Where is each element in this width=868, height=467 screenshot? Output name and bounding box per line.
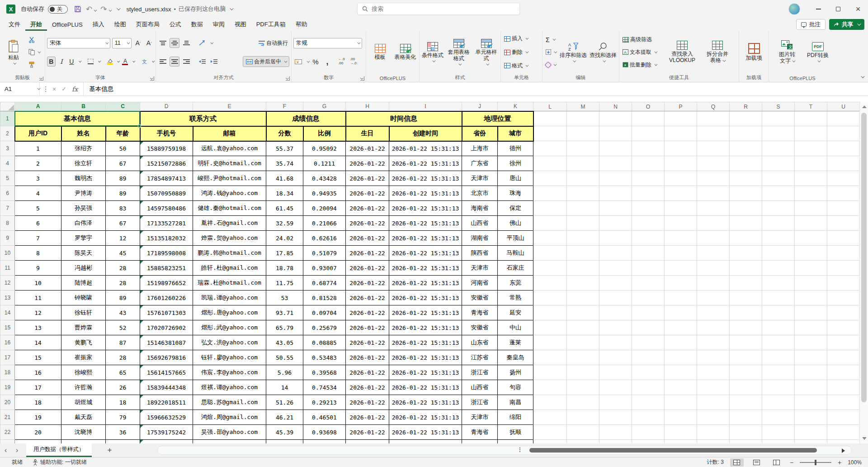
align-left-button[interactable] <box>158 57 168 67</box>
empty-cell[interactable] <box>827 261 860 276</box>
font-name-select[interactable]: 宋体 <box>47 38 110 48</box>
empty-cell[interactable] <box>599 365 632 380</box>
row-number-10[interactable]: 10 <box>0 246 15 261</box>
close-button[interactable]: × <box>848 0 868 18</box>
empty-cell[interactable] <box>665 171 697 186</box>
table-cell[interactable]: 胤祥.石@gmail.com <box>193 216 266 231</box>
table-cell[interactable]: 海南省 <box>462 201 498 216</box>
accessibility-status[interactable]: 辅助功能: 一切就绪 <box>40 458 87 466</box>
table-cell[interactable]: 18 <box>106 395 140 410</box>
table-cell[interactable]: 13 <box>15 320 61 335</box>
empty-cell[interactable] <box>632 291 665 305</box>
empty-cell[interactable] <box>533 231 567 246</box>
empty-cell[interactable] <box>567 291 599 305</box>
empty-cell[interactable] <box>533 395 567 410</box>
empty-cell[interactable] <box>665 291 697 305</box>
empty-cell[interactable] <box>697 365 730 380</box>
row-number-16[interactable]: 16 <box>0 335 15 350</box>
empty-cell[interactable] <box>762 410 795 425</box>
empty-cell[interactable] <box>599 440 632 444</box>
empty-cell[interactable] <box>599 201 632 216</box>
format-as-table-button[interactable]: 套用表格格式 <box>445 33 472 72</box>
empty-cell[interactable] <box>697 320 730 335</box>
table-cell[interactable]: 2026-01-22 <box>346 231 389 246</box>
table-cell[interactable] <box>15 440 61 444</box>
table-cell[interactable]: 伟宸.李@yahoo.com <box>193 365 266 380</box>
empty-cell[interactable] <box>827 171 860 186</box>
empty-cell[interactable] <box>697 231 730 246</box>
empty-cell[interactable] <box>533 171 567 186</box>
empty-cell[interactable] <box>762 201 795 216</box>
table-cell[interactable]: 徐钰轩 <box>61 305 106 320</box>
minimize-button[interactable] <box>808 0 828 18</box>
empty-cell[interactable] <box>762 425 795 440</box>
table-cell[interactable]: 11.75 <box>266 276 303 291</box>
shrink-font-button[interactable]: Aˇ <box>145 38 154 48</box>
table-cell[interactable]: 36 <box>106 425 140 440</box>
column-header-J[interactable]: J <box>462 102 498 111</box>
empty-cell[interactable] <box>697 126 730 141</box>
table-cell[interactable]: 常熟 <box>498 291 533 305</box>
tab-officeplus[interactable]: OfficePLUS <box>47 18 88 31</box>
empty-cell[interactable] <box>762 261 795 276</box>
increase-decimal-button[interactable]: ←.0 .00 <box>338 57 348 67</box>
table-cell[interactable]: 0.62616 <box>303 231 346 246</box>
empty-cell[interactable] <box>730 201 762 216</box>
table-cell[interactable]: 2026-01-22 <box>346 276 389 291</box>
empty-cell[interactable] <box>795 171 827 186</box>
document-title[interactable]: styled_users.xlsx • 已保存到这台电脑 <box>127 5 233 13</box>
empty-cell[interactable] <box>827 395 860 410</box>
font-size-select[interactable]: 11 <box>112 38 132 48</box>
row-number-19[interactable]: 19 <box>0 380 15 395</box>
empty-cell[interactable] <box>795 231 827 246</box>
share-button[interactable]: 共享 <box>829 19 864 30</box>
empty-cell[interactable] <box>567 350 599 365</box>
empty-cell[interactable] <box>827 320 860 335</box>
empty-cell[interactable] <box>730 365 762 380</box>
select-all-corner[interactable] <box>0 102 15 111</box>
empty-cell[interactable] <box>795 291 827 305</box>
table-cell[interactable]: 2026-01-22 15:31:13 <box>389 261 462 276</box>
table-cell[interactable]: 67 <box>106 156 140 171</box>
table-cell[interactable]: 7 <box>15 231 61 246</box>
empty-cell[interactable] <box>632 231 665 246</box>
percent-style-button[interactable]: % <box>311 57 321 67</box>
row-number-9[interactable]: 9 <box>0 231 15 246</box>
row-number-22[interactable]: 22 <box>0 425 15 440</box>
table-cell[interactable]: 15135182032 <box>140 231 193 246</box>
table-cell[interactable]: 79 <box>106 410 140 425</box>
table-cell[interactable]: 2026-01-22 15:31:13 <box>389 320 462 335</box>
align-bottom-button[interactable] <box>181 38 191 48</box>
table-cell[interactable]: 15 <box>15 350 61 365</box>
row-number-18[interactable]: 18 <box>0 365 15 380</box>
empty-cell[interactable] <box>599 141 632 156</box>
empty-cell[interactable] <box>697 395 730 410</box>
empty-cell[interactable] <box>697 186 730 201</box>
empty-cell[interactable] <box>567 171 599 186</box>
empty-cell[interactable] <box>730 171 762 186</box>
phonetic-guide-button[interactable]: 文 <box>140 57 148 67</box>
group-header-cell[interactable]: 地理位置 <box>462 111 533 126</box>
empty-cell[interactable] <box>730 395 762 410</box>
text-extract-button[interactable]: A文本提取 <box>621 47 663 57</box>
empty-cell[interactable] <box>730 425 762 440</box>
table-cell[interactable]: 1 <box>15 141 61 156</box>
table-cell[interactable]: 15966632529 <box>140 410 193 425</box>
table-cell[interactable]: 0.94935 <box>303 186 346 201</box>
empty-cell[interactable] <box>795 141 827 156</box>
table-cell[interactable] <box>462 440 498 444</box>
table-cell[interactable]: 鹏涛.韩@hotmail.com <box>193 246 266 261</box>
table-cell[interactable]: 0.08885 <box>303 335 346 350</box>
empty-cell[interactable] <box>665 335 697 350</box>
empty-cell[interactable] <box>795 425 827 440</box>
align-center-button[interactable] <box>170 57 179 67</box>
table-cell[interactable]: 烨霖.贺@yahoo.com <box>193 231 266 246</box>
table-cell[interactable]: 24.02 <box>266 231 303 246</box>
empty-cell[interactable] <box>632 171 665 186</box>
font-color-button[interactable]: A <box>121 57 129 67</box>
comma-style-button[interactable]: , <box>322 57 332 67</box>
table-header-cell[interactable]: 省份 <box>462 126 498 141</box>
name-box[interactable]: A1 <box>0 82 40 96</box>
empty-cell[interactable] <box>533 410 567 425</box>
table-cell[interactable] <box>389 440 462 444</box>
